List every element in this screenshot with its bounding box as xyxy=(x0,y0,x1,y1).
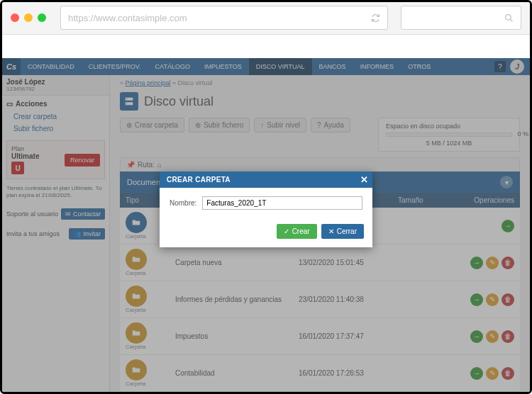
check-icon: ✓ xyxy=(284,227,289,235)
browser-search[interactable] xyxy=(401,6,521,30)
browser-tabstrip xyxy=(2,35,530,58)
cerrar-button[interactable]: ✕Cerrar xyxy=(321,224,364,239)
crear-carpeta-modal: CREAR CARPETA ✕ Nombre: ✓Crear ✕Cerrar xyxy=(160,171,372,247)
maximize-dot[interactable] xyxy=(38,13,46,22)
refresh-icon[interactable] xyxy=(371,13,380,23)
x-icon: ✕ xyxy=(328,227,334,235)
url-text: https://www.contasimple.com xyxy=(68,13,187,23)
browser-titlebar: https://www.contasimple.com xyxy=(2,2,530,35)
close-icon[interactable]: ✕ xyxy=(360,174,368,185)
svg-point-0 xyxy=(506,14,511,20)
crear-button[interactable]: ✓Crear xyxy=(277,224,317,239)
modal-overlay: CREAR CARPETA ✕ Nombre: ✓Crear ✕Cerrar xyxy=(2,58,530,392)
nombre-input[interactable] xyxy=(202,196,362,210)
minimize-dot[interactable] xyxy=(24,13,33,22)
search-icon xyxy=(504,13,514,23)
window-controls xyxy=(11,13,46,22)
modal-header: CREAR CARPETA ✕ xyxy=(160,171,372,188)
nombre-label: Nombre: xyxy=(170,199,196,207)
url-bar[interactable]: https://www.contasimple.com xyxy=(60,6,388,30)
close-dot[interactable] xyxy=(11,13,19,22)
